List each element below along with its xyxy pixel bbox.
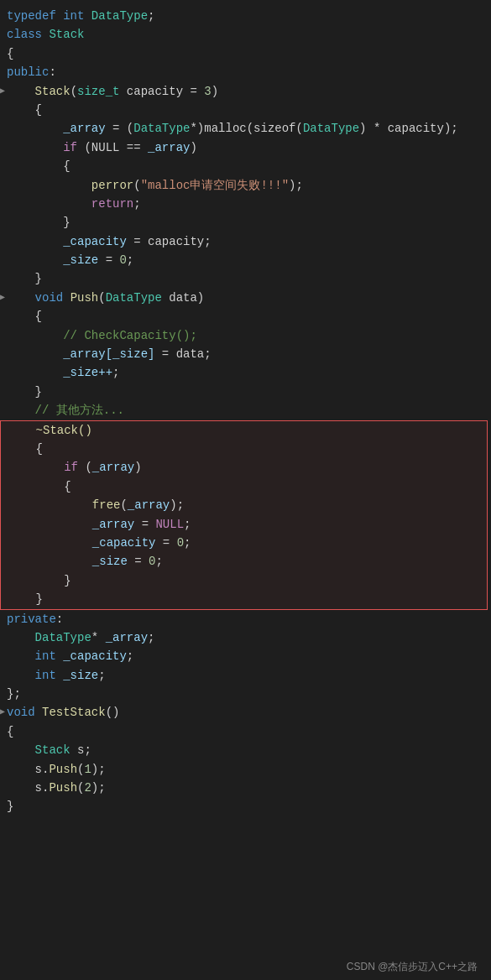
token-func: Push [71,291,99,305]
token-punct: { [35,310,42,323]
token-kw: int [63,9,91,23]
line-content: _array = (DataType*)malloc(sizeof(DataTy… [7,119,491,138]
code-line: } [0,213,491,232]
token-func: free [92,498,121,512]
line-content: { [8,477,487,496]
token-kw: void [7,706,42,719]
token-member: _size++ [63,366,112,379]
line-content: } [7,797,491,816]
code-line: int _size; [0,666,491,685]
token-punct: ( [133,179,140,192]
code-line: ▶void TestStack() [0,703,491,722]
line-content: } [7,383,491,401]
token-punct: (NULL == [77,141,148,154]
token-member: _array [92,518,134,531]
line-content: { [8,440,487,458]
token-type: DataType [35,631,91,644]
line-content: private: [7,610,491,628]
code-line: if (NULL == _array) [0,138,491,157]
code-line: { [1,477,487,496]
code-line: _size = 0; [1,552,487,571]
code-line: } [0,269,491,288]
code-line: ~Stack() [1,421,487,440]
code-line: private: [0,610,491,628]
line-content: s.Push(1); [7,760,491,779]
line-content: _array = NULL; [8,515,487,534]
token-punct: ); [170,498,184,512]
line-content: Stack s; [7,741,491,759]
token-punct: ) [212,85,218,98]
token-punct: () [106,706,120,719]
line-content: typedef int DataType; [7,7,491,25]
token-number: 0 [177,536,184,550]
line-content: } [8,571,487,590]
token-punct: s. [35,763,50,776]
code-line: // 其他方法... [0,401,491,420]
token-punct: data) [162,291,204,305]
line-content: _size = 0; [7,251,491,269]
code-line: class Stack [0,25,491,44]
code-line: ▶ void Push(DataType data) [0,289,491,307]
token-punct: ; [155,555,162,568]
token-punct: s. [35,781,50,795]
token-punct: ( [78,461,92,474]
line-content: { [7,157,491,175]
token-kw: typedef [7,9,63,23]
code-line: s.Push(2); [0,779,491,797]
token-kw: class [7,28,49,41]
code-line: } [0,797,491,816]
token-punct: capacity = [119,85,204,98]
token-member: _size [63,669,98,682]
token-member: _array [63,122,105,135]
code-line: _array[_size] = data; [0,345,491,363]
token-punct: s; [71,743,91,757]
token-punct: ; [133,197,140,211]
collapse-arrow-icon[interactable]: ▶ [0,291,5,305]
line-content: return; [7,195,491,213]
code-line: free(_array); [1,496,487,514]
line-content: // CheckCapacity(); [7,326,491,345]
token-number: 3 [204,85,211,98]
token-comment: // 其他方法... [35,404,124,417]
line-content: _size++; [7,363,491,382]
code-line: { [0,101,491,119]
code-line: perror("malloc申请空间失败!!!"); [0,176,491,195]
token-punct: = [128,555,149,568]
line-content: public: [7,63,491,81]
token-kw-control: if [63,141,77,154]
code-line: return; [0,195,491,213]
token-func: Push [49,763,77,776]
token-number: 2 [84,781,91,795]
token-punct: } [63,216,70,229]
token-type: Stack [49,28,84,41]
code-line: s.Push(1); [0,760,491,779]
code-line: _array = (DataType*)malloc(sizeof(DataTy… [0,119,491,138]
code-line: { [0,44,491,63]
token-punct: = [98,253,119,267]
collapse-arrow-icon[interactable]: ▶ [0,85,5,98]
token-punct: = data; [154,347,211,361]
token-punct: ( [71,85,77,98]
token-punct: ; [98,669,105,682]
token-type: size_t [77,85,119,98]
token-func: Push [49,781,77,795]
token-func: Stack [35,85,71,98]
collapse-arrow-icon[interactable]: ▶ [0,706,5,719]
code-line: _array = NULL; [1,515,487,534]
code-line: ▶ Stack(size_t capacity = 3) [0,82,491,101]
line-content: ~Stack() [8,421,487,440]
token-member: _size [63,253,98,267]
code-line: public: [0,63,491,81]
code-line: }; [0,685,491,703]
token-punct: ; [127,649,133,663]
token-member: _array [148,141,190,154]
token-member: _size [92,555,128,568]
token-punct: : [56,612,63,626]
token-punct: : [49,65,55,79]
token-label: public [7,65,49,79]
token-punct: = ( [106,122,134,135]
token-label: private [7,612,56,626]
token-punct: } [64,574,71,587]
token-punct: ); [91,781,106,795]
code-line: typedef int DataType; [0,7,491,25]
